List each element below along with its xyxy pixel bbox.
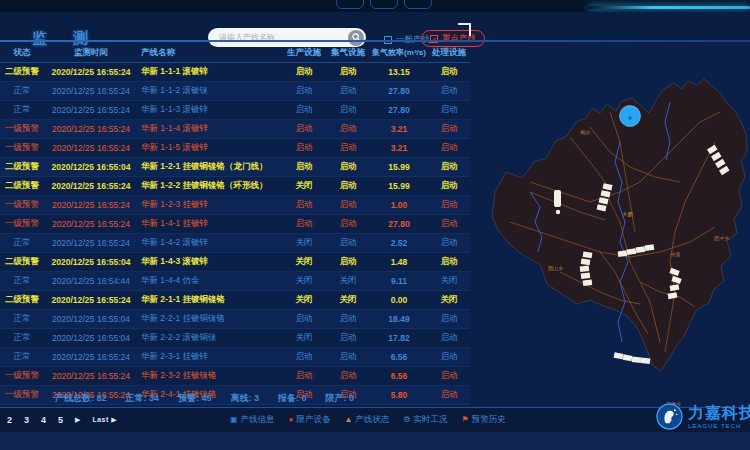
column-header: 处理设施 <box>428 47 470 59</box>
column-header: 集气设施 <box>326 47 370 59</box>
summary-stat: 正常: 34 <box>126 392 160 405</box>
summary-stat: 预警: 45 <box>178 392 212 405</box>
table-cell: 启动 <box>326 332 370 344</box>
table-cell: 启动 <box>428 237 470 249</box>
table-cell: 华新 1-2-2 挂镀铜镍铬（环形线） <box>138 180 282 192</box>
table-cell: 关闭 <box>428 294 470 306</box>
table-row[interactable]: 正常2020/12/25 16:55:24华新 1-1-3 滚镀锌启动启动27.… <box>0 101 470 120</box>
table-cell: 华新 2-2-2 滚镀铜镍 <box>138 332 282 344</box>
table-cell: 一级预警 <box>0 370 44 382</box>
table-cell: 启动 <box>282 66 326 78</box>
page-number[interactable]: 3 <box>24 415 29 425</box>
table-row[interactable]: 一级预警2020/12/25 16:55:24华新 2-3-2 挂镀镍铬启动启动… <box>0 367 470 386</box>
pagination: 2345▶Last ▶ <box>7 408 117 432</box>
table-cell: 启动 <box>326 66 370 78</box>
map-alert-marker[interactable] <box>620 106 641 127</box>
column-header: 生产设施 <box>282 47 326 59</box>
column-header: 监测时间 <box>44 47 138 59</box>
table-cell: 2020/12/25 16:55:04 <box>44 162 138 172</box>
table-cell: 9.11 <box>370 276 428 286</box>
toolbar-button-产线状态[interactable]: ▲产线状态 <box>344 414 389 426</box>
summary-bar: 产线总数: 82正常: 34预警: 45离线: 3报备: 0限产: 0 <box>55 390 475 406</box>
table-row[interactable]: 二级预警2020/12/25 16:55:24华新 2-1-1 挂镀铜镍铬关闭关… <box>0 291 470 310</box>
table-cell: 13.15 <box>370 67 428 77</box>
table-row[interactable]: 一级预警2020/12/25 16:55:24华新 1-4-1 挂镀锌启动启动2… <box>0 215 470 234</box>
table-cell: 15.99 <box>370 162 428 172</box>
table-cell: 27.80 <box>370 86 428 96</box>
table-row[interactable]: 二级预警2020/12/25 16:55:04华新 1-4-3 滚镀锌关闭启动1… <box>0 253 470 272</box>
toolbar-button-实时工况[interactable]: ⚙实时工况 <box>403 414 447 426</box>
table-body: 二级预警2020/12/25 16:55:24华新 1-1-1 滚镀锌启动启动1… <box>0 63 470 405</box>
table-cell: 启动 <box>282 313 326 325</box>
last-page-button[interactable]: Last ▶ <box>92 416 117 424</box>
table-row[interactable]: 二级预警2020/12/25 16:55:04华新 1-2-1 挂镀铜镍铬（龙门… <box>0 158 470 177</box>
district-map[interactable]: 梅沙 园山乡 大鹏 葵涌 西冲乡 南澳乡 <box>470 42 750 407</box>
table-cell: 华新 1-4-3 滚镀锌 <box>138 256 282 268</box>
table-row[interactable]: 正常2020/12/25 16:55:24华新 1-1-2 滚镀镍启动启动27.… <box>0 82 470 101</box>
table-cell: 二级预警 <box>0 66 44 78</box>
table-cell: 启动 <box>428 218 470 230</box>
summary-stat: 限产: 0 <box>326 392 355 405</box>
toolbar-button-label: 预警历史 <box>472 414 506 426</box>
table-cell: 27.80 <box>370 219 428 229</box>
table-cell: 关闭 <box>282 256 326 268</box>
table-cell: 启动 <box>428 313 470 325</box>
map-label: 葵涌 <box>670 251 680 258</box>
table-cell: 启动 <box>326 256 370 268</box>
table-row[interactable]: 正常2020/12/25 16:55:04华新 2-2-1 挂镀铜镍铬启动启动1… <box>0 310 470 329</box>
decorative-glow-line <box>588 6 750 9</box>
table-cell: 启动 <box>282 142 326 154</box>
summary-stat: 产线总数: 82 <box>55 392 107 405</box>
table-cell: 2.52 <box>370 238 428 248</box>
page-number[interactable]: 5 <box>58 415 63 425</box>
page-number[interactable]: 4 <box>41 415 46 425</box>
next-page-button[interactable]: ▶ <box>75 416 80 424</box>
table-cell: 启动 <box>282 370 326 382</box>
table-cell: 启动 <box>326 370 370 382</box>
table-cell: 27.80 <box>370 105 428 115</box>
toolbar-button-预警历史[interactable]: ⚑预警历史 <box>462 414 506 426</box>
table-cell: 15.99 <box>370 181 428 191</box>
table-row[interactable]: 二级预警2020/12/25 16:55:24华新 1-2-2 挂镀铜镍铬（环形… <box>0 177 470 196</box>
table-cell: 2020/12/25 16:55:24 <box>44 143 138 153</box>
table-cell: 2020/12/25 16:55:24 <box>44 67 138 77</box>
table-row[interactable]: 二级预警2020/12/25 16:55:24华新 1-1-1 滚镀锌启动启动1… <box>0 63 470 82</box>
monitoring-dashboard: 监 测 一般产线 ✓ 重点产线 状态监测时间产线名称生产设施集气设施集气效率(m… <box>0 0 750 450</box>
table-cell: 一级预警 <box>0 142 44 154</box>
table-cell: 2020/12/25 16:55:24 <box>44 86 138 96</box>
table-row[interactable]: 正常2020/12/25 16:54:44华新 1-4-4 仿金关闭关闭9.11… <box>0 272 470 291</box>
table-cell: 启动 <box>326 351 370 363</box>
table-cell: 华新 1-2-3 挂镀锌 <box>138 199 282 211</box>
table-cell: 3.21 <box>370 124 428 134</box>
table-row[interactable]: 正常2020/12/25 16:55:24华新 2-3-1 挂镀锌启动启动6.5… <box>0 348 470 367</box>
table-row[interactable]: 一级预警2020/12/25 16:55:24华新 1-1-5 滚镀锌启动启动3… <box>0 139 470 158</box>
table-cell: 启动 <box>428 85 470 97</box>
toolbar-button-产线信息[interactable]: ▣产线信息 <box>230 414 275 426</box>
header-bar: 监 测 一般产线 ✓ 重点产线 <box>0 12 750 40</box>
table-cell: 启动 <box>282 123 326 135</box>
table-cell: 6.56 <box>370 352 428 362</box>
table-cell: 2020/12/25 16:55:24 <box>44 124 138 134</box>
table-cell: 启动 <box>428 256 470 268</box>
table-cell: 华新 1-1-5 滚镀锌 <box>138 142 282 154</box>
summary-stat: 报备: 0 <box>278 392 307 405</box>
table-cell: 启动 <box>326 161 370 173</box>
table-cell: 华新 2-2-1 挂镀铜镍铬 <box>138 313 282 325</box>
table-row[interactable]: 一级预警2020/12/25 16:55:24华新 1-1-4 滚镀锌启动启动3… <box>0 120 470 139</box>
table-cell: 启动 <box>428 161 470 173</box>
table-row[interactable]: 正常2020/12/25 16:55:04华新 2-2-2 滚镀铜镍关闭启动17… <box>0 329 470 348</box>
map-label: 大鹏 <box>622 211 634 217</box>
table-cell: 17.82 <box>370 333 428 343</box>
toolbar-button-限产设备[interactable]: ●限产设备 <box>289 414 331 426</box>
page-number[interactable]: 2 <box>7 415 12 425</box>
table-row[interactable]: 正常2020/12/25 16:55:24华新 1-4-2 滚镀锌关闭启动2.5… <box>0 234 470 253</box>
toolbar-button-label: 产线信息 <box>241 414 275 426</box>
table-row[interactable]: 一级预警2020/12/25 16:55:24华新 1-2-3 挂镀锌启动启动1… <box>0 196 470 215</box>
bottom-filler <box>0 432 750 450</box>
alarm-circle-icon: ● <box>289 416 294 424</box>
table-cell: 0.00 <box>370 295 428 305</box>
logo-badge-icon <box>656 403 683 430</box>
table-cell: 启动 <box>326 313 370 325</box>
table-cell: 正常 <box>0 237 44 249</box>
table-cell: 华新 2-3-2 挂镀镍铬 <box>138 370 282 382</box>
